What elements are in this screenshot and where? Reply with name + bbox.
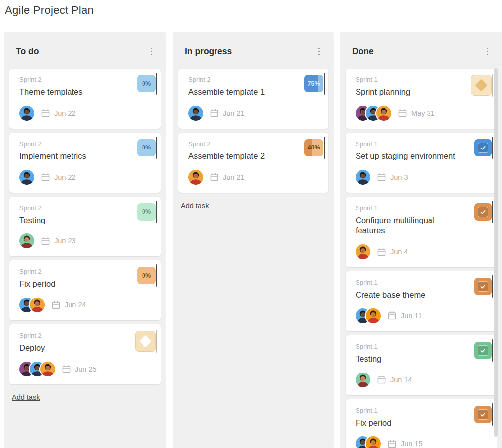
checkbox-badge[interactable] <box>474 406 492 423</box>
avatar <box>19 170 34 185</box>
badge-slot: 0% <box>137 139 156 156</box>
sprint-label: Sprint 2 <box>19 204 151 212</box>
calendar-icon <box>398 108 407 118</box>
card-footer: Jun 22 <box>19 170 151 185</box>
progress-badge: 0% <box>137 75 156 92</box>
calendar-icon <box>377 247 386 257</box>
badge-slot <box>135 331 156 352</box>
sprint-label: Sprint 1 <box>356 204 487 212</box>
avatar-group <box>19 233 34 248</box>
card-footer: Jun 15 <box>356 436 487 448</box>
task-card[interactable]: Sprint 2 Theme templates 0% Jun 22 <box>9 69 161 129</box>
calendar-icon <box>210 108 219 118</box>
task-card[interactable]: Sprint 2 Fix period 0% Jun 24 <box>9 260 161 320</box>
task-card[interactable]: Sprint 2 Assemble template 2 40% Jun 21 <box>178 133 328 193</box>
task-card[interactable]: Sprint 1 Set up staging environment Jun … <box>346 133 497 193</box>
diamond-icon <box>475 79 487 91</box>
column-todo: To do Sprint 2 Theme templates 0% Jun 22… <box>4 32 166 448</box>
badge-slot: 0% <box>137 75 156 92</box>
badge-slot <box>474 278 492 295</box>
avatar <box>188 170 203 185</box>
checkmark-icon <box>478 409 488 420</box>
avatar-group <box>356 170 370 185</box>
badge-slot <box>474 139 492 156</box>
task-card[interactable]: Sprint 1 Create base theme Jun 11 <box>346 271 497 331</box>
sprint-label: Sprint 1 <box>356 140 487 148</box>
calendar-icon <box>41 172 50 182</box>
task-title: Create base theme <box>356 290 487 300</box>
card-list: Sprint 2 Assemble template 1 75% Jun 21 … <box>173 69 334 193</box>
avatar <box>30 298 45 312</box>
calendar-icon <box>387 439 397 448</box>
avatar <box>356 170 370 185</box>
badge-pole <box>492 275 493 298</box>
calendar-icon <box>210 172 219 182</box>
task-card[interactable]: Sprint 2 Testing 0% Jun 23 <box>9 197 161 257</box>
due-date: Jun 25 <box>75 365 97 373</box>
task-card[interactable]: Sprint 1 Testing Jun 14 <box>346 335 497 395</box>
checkmark-icon <box>478 281 488 292</box>
add-task-link[interactable]: Add task <box>181 202 209 210</box>
add-task-link[interactable]: Add task <box>12 393 40 401</box>
task-card[interactable]: Sprint 1 Fix period Jun 15 <box>346 399 497 448</box>
card-footer: Jun 21 <box>188 170 318 185</box>
avatar <box>19 233 34 248</box>
badge-pole <box>492 403 493 426</box>
due-date: Jun 14 <box>390 376 412 384</box>
kebab-menu-icon[interactable] <box>315 45 323 58</box>
task-title: Sprint planning <box>356 87 487 98</box>
calendar-icon <box>387 311 397 320</box>
checkbox-badge[interactable] <box>474 139 492 156</box>
checkbox-badge[interactable] <box>474 278 492 295</box>
due-date: Jun 23 <box>54 237 76 245</box>
badge-pole <box>492 201 493 223</box>
checkmark-icon <box>478 345 488 356</box>
kebab-menu-icon[interactable] <box>484 45 491 58</box>
avatar-group <box>356 106 391 121</box>
due-date: Jun 3 <box>390 173 408 181</box>
task-card[interactable]: Sprint 2 Deploy Jun 25 <box>9 324 161 384</box>
task-title: Deploy <box>19 343 151 354</box>
card-footer: Jun 22 <box>19 106 151 121</box>
task-title: Assemble template 1 <box>188 87 318 98</box>
avatar <box>366 308 381 323</box>
column-scrollbar[interactable] <box>494 68 498 437</box>
avatar-group <box>19 362 55 376</box>
progress-badge: 0% <box>137 139 156 156</box>
column-header: In progress <box>173 32 334 69</box>
card-footer: Jun 3 <box>356 170 487 185</box>
task-card[interactable]: Sprint 2 Implement metrics 0% Jun 22 <box>9 133 161 193</box>
avatar-group <box>188 170 203 185</box>
card-footer: Jun 23 <box>19 233 151 248</box>
task-card[interactable]: Sprint 1 Configure multilingual features… <box>346 197 497 268</box>
avatar-group <box>356 436 381 448</box>
avatar <box>19 106 34 121</box>
checkbox-badge[interactable] <box>474 203 492 221</box>
badge-pole <box>492 137 493 159</box>
progress-badge: 40% <box>304 139 323 156</box>
card-footer: Jun 14 <box>356 373 487 387</box>
column-header: To do <box>4 32 166 69</box>
task-card[interactable]: Sprint 2 Assemble template 1 75% Jun 21 <box>178 69 328 129</box>
badge-slot <box>471 75 492 96</box>
badge-slot <box>474 342 492 359</box>
due-date: Jun 24 <box>65 301 86 309</box>
avatar-group <box>356 308 381 323</box>
badge-pole <box>156 201 157 223</box>
badge-slot <box>474 203 492 221</box>
task-card[interactable]: Sprint 1 Sprint planning May 31 <box>346 69 497 129</box>
sprint-label: Sprint 1 <box>356 343 487 350</box>
checkmark-icon <box>478 143 488 153</box>
task-title: Fix period <box>356 418 487 429</box>
badge-slot <box>474 406 492 423</box>
card-footer: May 31 <box>356 106 487 121</box>
kebab-menu-icon[interactable] <box>148 45 155 58</box>
task-title: Implement metrics <box>19 151 151 162</box>
due-date: Jun 22 <box>54 109 76 117</box>
checkbox-badge[interactable] <box>474 342 492 359</box>
sprint-label: Sprint 1 <box>356 279 487 286</box>
task-title: Configure multilingual features <box>356 215 487 237</box>
badge-slot: 75% <box>304 75 323 92</box>
column-header: Done <box>340 32 502 69</box>
card-footer: Jun 24 <box>19 298 151 312</box>
